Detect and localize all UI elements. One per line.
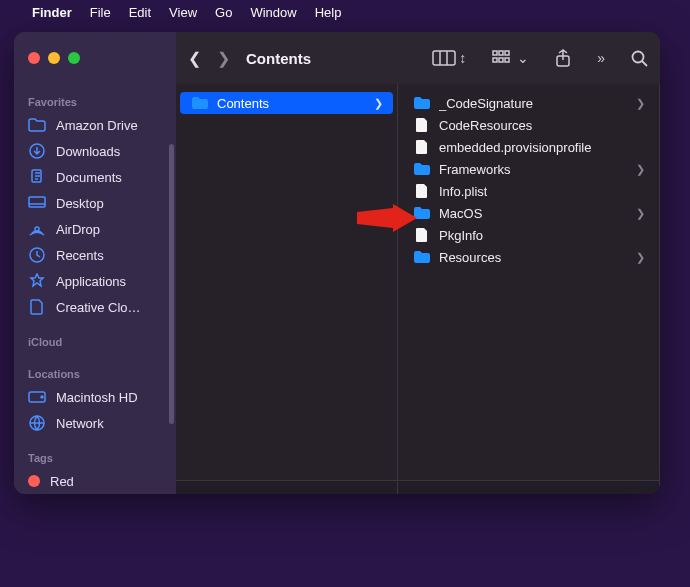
file-icon (414, 117, 430, 133)
updown-icon: ↕ (459, 50, 466, 66)
folder-icon (414, 95, 430, 111)
svg-point-19 (41, 396, 43, 398)
svg-rect-14 (29, 197, 45, 207)
share-icon[interactable] (555, 49, 571, 67)
network-icon (28, 414, 46, 432)
window-title: Contents (246, 50, 311, 67)
documents-icon (28, 168, 46, 186)
file-row[interactable]: PkgInfo (402, 224, 655, 246)
column-view: Contents ❯ _CodeSignature❯ CodeResources… (176, 84, 660, 494)
sidebar-item-downloads[interactable]: Downloads (14, 138, 176, 164)
menubar-item[interactable]: Go (215, 5, 232, 20)
svg-rect-5 (505, 51, 509, 55)
menubar-item[interactable]: Edit (129, 5, 151, 20)
svg-rect-3 (493, 51, 497, 55)
sidebar-item-documents[interactable]: Documents (14, 164, 176, 190)
sidebar-scrollbar[interactable] (169, 144, 174, 424)
sidebar-item-label: Red (50, 474, 74, 489)
file-label: Info.plist (439, 184, 487, 199)
file-row[interactable]: _CodeSignature❯ (402, 92, 655, 114)
recents-icon (28, 246, 46, 264)
file-row[interactable]: MacOS❯ (402, 202, 655, 224)
chevron-right-icon: ❯ (636, 97, 645, 110)
sidebar-item-applications[interactable]: Applications (14, 268, 176, 294)
menubar-item[interactable]: Help (315, 5, 342, 20)
file-label: PkgInfo (439, 228, 483, 243)
group-by-icon[interactable]: ⌄ (492, 50, 529, 66)
horizontal-scrollbar[interactable] (398, 480, 659, 494)
close-button[interactable] (28, 52, 40, 64)
file-label: Resources (439, 250, 501, 265)
sidebar-item-airdrop[interactable]: AirDrop (14, 216, 176, 242)
titlebar: ❮ ❯ Contents ↕ ⌄ » (14, 32, 660, 84)
menubar-app-name[interactable]: Finder (32, 5, 72, 20)
menubar-item[interactable]: View (169, 5, 197, 20)
file-row-contents[interactable]: Contents ❯ (180, 92, 393, 114)
svg-rect-0 (433, 51, 455, 65)
file-label: MacOS (439, 206, 482, 221)
sidebar-item-network[interactable]: Network (14, 410, 176, 436)
file-label: CodeResources (439, 118, 532, 133)
svg-line-11 (642, 61, 647, 66)
toolbar: ❮ ❯ Contents ↕ ⌄ » (176, 32, 660, 84)
sidebar-item-label: AirDrop (56, 222, 100, 237)
nav-arrows: ❮ ❯ (188, 49, 230, 68)
folder-icon (414, 205, 430, 221)
sidebar-item-label: Documents (56, 170, 122, 185)
file-row-info-plist[interactable]: Info.plist (402, 180, 655, 202)
chevron-down-icon: ⌄ (517, 50, 529, 66)
sidebar: Favorites Amazon Drive Downloads Documen… (14, 84, 176, 494)
applications-icon (28, 272, 46, 290)
file-icon (414, 183, 430, 199)
zoom-button[interactable] (68, 52, 80, 64)
file-label: Contents (217, 96, 269, 111)
chevron-right-icon: ❯ (636, 251, 645, 264)
search-icon[interactable] (631, 50, 648, 67)
finder-window: ❮ ❯ Contents ↕ ⌄ » (14, 32, 660, 494)
menubar-item[interactable]: File (90, 5, 111, 20)
file-label: _CodeSignature (439, 96, 533, 111)
minimize-button[interactable] (48, 52, 60, 64)
sidebar-item-label: Network (56, 416, 104, 431)
file-row[interactable]: CodeResources (402, 114, 655, 136)
sidebar-item-label: Applications (56, 274, 126, 289)
tag-dot-icon (28, 475, 40, 487)
sidebar-item-label: Creative Clo… (56, 300, 141, 315)
toolbar-group: ↕ ⌄ » (432, 49, 648, 67)
back-button[interactable]: ❮ (188, 49, 201, 68)
sidebar-item-tag-red[interactable]: Red (14, 468, 176, 494)
desktop-icon (28, 194, 46, 212)
file-icon (414, 227, 430, 243)
sidebar-section-label: Locations (14, 362, 176, 384)
sidebar-item-desktop[interactable]: Desktop (14, 190, 176, 216)
sidebar-item-macintosh-hd[interactable]: Macintosh HD (14, 384, 176, 410)
traffic-lights (14, 32, 176, 84)
sidebar-item-amazon-drive[interactable]: Amazon Drive (14, 112, 176, 138)
forward-button: ❯ (217, 49, 230, 68)
sidebar-item-creative-cloud[interactable]: Creative Clo… (14, 294, 176, 320)
svg-rect-6 (493, 58, 497, 62)
file-label: embedded.provisionprofile (439, 140, 591, 155)
sidebar-item-label: Macintosh HD (56, 390, 138, 405)
toolbar-overflow-icon[interactable]: » (597, 50, 605, 66)
column-1: Contents ❯ (176, 84, 398, 494)
sidebar-item-recents[interactable]: Recents (14, 242, 176, 268)
chevron-right-icon: ❯ (636, 207, 645, 220)
macos-menubar: Finder File Edit View Go Window Help (0, 0, 690, 24)
file-row[interactable]: embedded.provisionprofile (402, 136, 655, 158)
folder-icon (414, 249, 430, 265)
chevron-right-icon: ❯ (636, 163, 645, 176)
folder-icon (414, 161, 430, 177)
column-view-icon[interactable]: ↕ (432, 50, 466, 66)
disk-icon (28, 388, 46, 406)
horizontal-scrollbar[interactable] (176, 480, 397, 494)
file-row[interactable]: Frameworks❯ (402, 158, 655, 180)
file-row[interactable]: Resources❯ (402, 246, 655, 268)
svg-rect-8 (505, 58, 509, 62)
svg-rect-4 (499, 51, 503, 55)
file-icon (28, 298, 46, 316)
menubar-item[interactable]: Window (250, 5, 296, 20)
sidebar-section-label: iCloud (14, 330, 176, 352)
sidebar-item-label: Desktop (56, 196, 104, 211)
sidebar-item-label: Recents (56, 248, 104, 263)
